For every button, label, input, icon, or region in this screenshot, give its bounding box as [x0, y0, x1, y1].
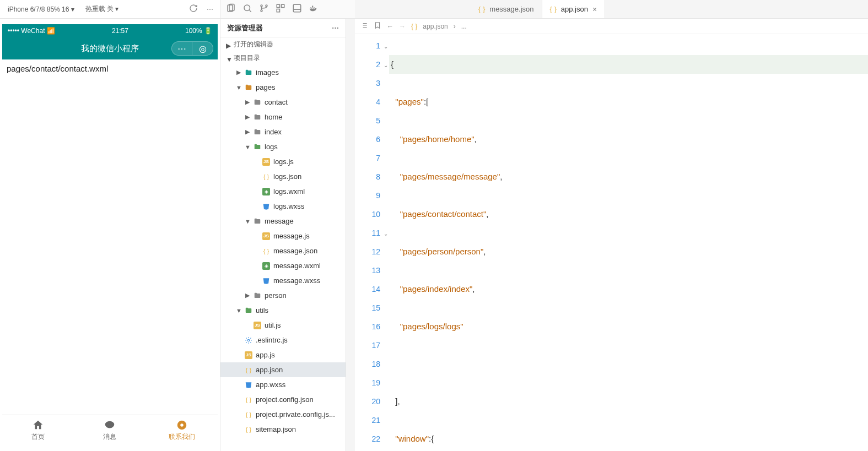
panel-icon[interactable]	[292, 3, 302, 15]
tree-item-utils[interactable]: ▼utils	[220, 303, 346, 318]
code-editor[interactable]: ⌄1⌄2345678910⌄111213141516171819202122 {…	[355, 34, 868, 451]
tree-item-app-json[interactable]: { }app.json	[220, 362, 346, 377]
tree-item-logs[interactable]: ▼logs	[220, 139, 346, 154]
chevron-down-icon: ▼	[226, 56, 231, 61]
file-json-icon: { }	[244, 366, 253, 374]
tree-item-person[interactable]: ▶person	[220, 288, 346, 303]
fold-icon[interactable]: ⌄	[384, 56, 388, 75]
tree-item-index[interactable]: ▶index	[220, 124, 346, 139]
tree-item-message-wxss[interactable]: message.wxss	[220, 273, 346, 288]
bookmark-icon[interactable]	[374, 21, 381, 31]
extensions-icon[interactable]	[276, 3, 285, 15]
file-js-icon: JS	[262, 232, 271, 241]
tree-label: message.json	[273, 247, 317, 255]
tree-item-sitemap-json[interactable]: { }sitemap.json	[220, 422, 346, 437]
tree-item-pages[interactable]: ▼pages	[220, 80, 346, 95]
device-selector[interactable]: iPhone 6/7/8 85% 16 ▾	[3, 4, 79, 14]
tab-label: message.json	[489, 5, 533, 13]
explorer-panel: 资源管理器 ⋯ ▶ 打开的编辑器 ▼ 项目目录 ▶images▼pages▶co…	[220, 19, 346, 451]
tree-item--eslintrc-js[interactable]: .eslintrc.js	[220, 333, 346, 347]
chevron-right-icon: ▶	[226, 42, 231, 47]
line-number: 16	[355, 317, 380, 336]
simulator-toolbar: iPhone 6/7/8 85% 16 ▾ 热重载 关 ▾ ⋯	[0, 0, 220, 19]
chevron-icon: ▶	[245, 113, 250, 121]
list-icon[interactable]	[360, 21, 368, 31]
chevron-icon: ▶	[236, 69, 241, 76]
nav-title: 我的微信小程序	[81, 44, 139, 54]
tab-app-json[interactable]: { } app.json ×	[542, 0, 606, 18]
tree-item-home[interactable]: ▶home	[220, 110, 346, 124]
tree-item-message[interactable]: ▼message	[220, 214, 346, 229]
tree-label: sitemap.json	[256, 425, 296, 433]
chevron-icon: ▶	[245, 292, 250, 299]
line-number: 13	[355, 261, 380, 280]
tree-label: contact	[265, 98, 288, 106]
tree-item-logs-json[interactable]: { }logs.json	[220, 169, 346, 184]
svg-rect-10	[282, 4, 284, 7]
file-json-icon: { }	[262, 247, 271, 256]
hot-reload-toggle[interactable]: 热重载 关 ▾	[81, 3, 123, 15]
opened-editors-section[interactable]: ▶ 打开的编辑器	[220, 37, 346, 51]
refresh-icon[interactable]	[186, 1, 201, 18]
breadcrumb-file[interactable]: app.json	[423, 23, 448, 30]
git-branch-icon[interactable]	[259, 3, 269, 15]
file-wxml-icon: ◈	[262, 187, 271, 196]
tab-contact[interactable]: 联系我们	[146, 415, 218, 445]
battery-label: 100%	[185, 27, 202, 35]
tree-label: logs	[265, 143, 278, 151]
tree-item-app-js[interactable]: JSapp.js	[220, 347, 346, 362]
tree-item-message-js[interactable]: JSmessage.js	[220, 229, 346, 243]
chevron-icon: ▶	[245, 99, 250, 106]
tab-message-json[interactable]: { } message.json	[471, 0, 542, 18]
line-number: 8	[355, 167, 380, 186]
files-icon[interactable]	[226, 3, 236, 15]
tree-item-message-json[interactable]: { }message.json	[220, 243, 346, 258]
nav-forward-icon[interactable]: →	[399, 23, 406, 30]
tab-message[interactable]: 消息	[74, 415, 145, 445]
tree-item-logs-js[interactable]: JSlogs.js	[220, 154, 346, 169]
tree-item-project-private-config-js-[interactable]: { }project.private.config.js...	[220, 407, 346, 422]
chevron-icon: ▼	[236, 84, 241, 91]
chevron-icon: ▼	[236, 307, 241, 314]
file-wxss-icon	[244, 381, 253, 389]
support-icon	[176, 419, 188, 431]
line-number: 20	[355, 392, 380, 411]
folder-utils-icon	[253, 143, 262, 151]
tree-item-app-wxss[interactable]: app.wxss	[220, 377, 346, 392]
search-icon[interactable]	[242, 3, 252, 15]
folder-utils-icon	[244, 306, 253, 315]
sim-nav-bar: 我的微信小程序 ⋯ ◎	[2, 37, 218, 59]
home-icon	[32, 419, 44, 431]
tree-item-logs-wxss[interactable]: logs.wxss	[220, 199, 346, 214]
breadcrumb-rest[interactable]: ...	[461, 23, 467, 30]
capsule-close-button[interactable]: ◎	[192, 41, 213, 56]
tree-item-logs-wxml[interactable]: ◈logs.wxml	[220, 184, 346, 199]
tree-item-util-js[interactable]: JSutil.js	[220, 318, 346, 333]
tree-label: index	[265, 128, 282, 136]
tree-item-images[interactable]: ▶images	[220, 65, 346, 80]
project-section[interactable]: ▼ 项目目录	[220, 51, 346, 65]
nav-back-icon[interactable]: ←	[387, 23, 393, 30]
code-content[interactable]: { "pages":[ "pages/home/home", "pages/me…	[386, 34, 868, 451]
capsule-menu-button[interactable]: ⋯	[171, 41, 192, 56]
line-number: 19	[355, 373, 380, 392]
sim-status-bar: ••••• WeChat 📶 21:57 100% 🔋	[2, 24, 218, 37]
json-icon: { }	[411, 23, 417, 30]
tab-home[interactable]: 首页	[2, 415, 74, 445]
line-number: 11	[355, 224, 380, 242]
tab-contact-label: 联系我们	[169, 432, 195, 442]
carrier-label: ••••• WeChat	[8, 27, 45, 35]
close-icon[interactable]: ×	[592, 5, 597, 14]
docker-icon[interactable]	[309, 3, 319, 15]
sim-tabbar: 首页 消息 联系我们	[2, 415, 218, 445]
more-icon[interactable]: ⋯	[203, 2, 217, 17]
tree-item-contact[interactable]: ▶contact	[220, 95, 346, 110]
tree-item-message-wxml[interactable]: ◈message.wxml	[220, 258, 346, 273]
fold-icon[interactable]: ⌄	[384, 37, 388, 56]
activity-icon-bar	[220, 0, 355, 19]
fold-icon[interactable]: ⌄	[384, 225, 388, 243]
explorer-more-icon[interactable]: ⋯	[332, 24, 339, 32]
line-number: 4	[355, 93, 380, 111]
line-number: 7	[355, 149, 380, 167]
tree-item-project-config-json[interactable]: { }project.config.json	[220, 392, 346, 407]
